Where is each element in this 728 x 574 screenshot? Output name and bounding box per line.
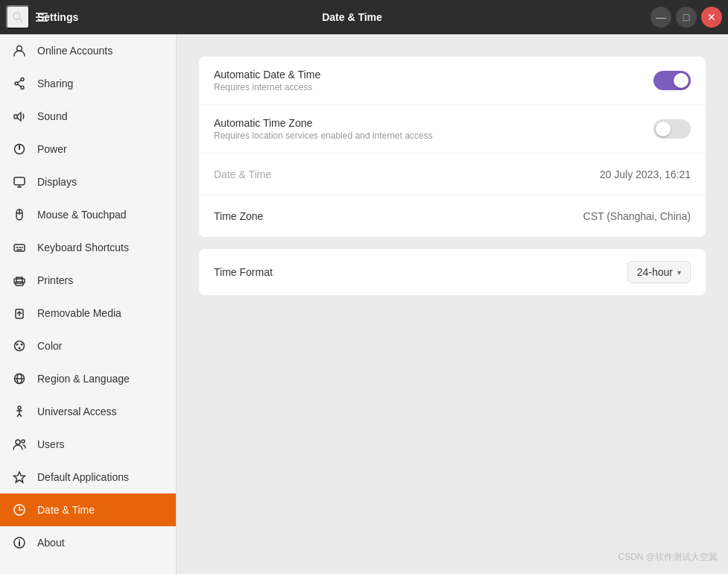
row-label-automatic-time-zone: Automatic Time ZoneRequires location ser… [214, 117, 653, 141]
search-button[interactable] [6, 5, 30, 29]
maximize-button[interactable]: □ [676, 7, 697, 28]
keyboard-shortcuts-icon [12, 240, 27, 255]
sidebar-item-about[interactable]: About [0, 526, 176, 559]
card-row-time-zone: Time ZoneCST (Shanghai, China) [199, 195, 706, 237]
toggle-thumb-automatic-date-time [674, 73, 689, 88]
svg-point-36 [18, 406, 21, 409]
main-content: Automatic Date & TimeRequires internet a… [177, 34, 728, 574]
displays-icon [12, 174, 27, 189]
printers-icon [12, 273, 27, 288]
minimize-button[interactable]: — [651, 7, 671, 28]
time-format-dropdown[interactable]: 24-hour▾ [627, 261, 691, 283]
svg-line-40 [19, 414, 22, 417]
sidebar-item-online-accounts[interactable]: Online Accounts [0, 34, 176, 67]
row-label-automatic-date-time: Automatic Date & TimeRequires internet a… [214, 69, 653, 92]
svg-point-42 [22, 440, 25, 443]
sidebar-item-label-color: Color [37, 340, 62, 352]
card-row-date-time: Date & Time20 July 2023, 16:21 [199, 154, 706, 195]
svg-point-41 [16, 440, 20, 444]
svg-point-29 [15, 341, 25, 351]
chevron-down-icon: ▾ [677, 268, 681, 277]
row-value-date-time: 20 July 2023, 16:21 [600, 168, 691, 180]
region-language-icon [12, 371, 27, 386]
window-title: Date & Time [54, 11, 651, 23]
sidebar-item-label-default-applications: Default Applications [37, 471, 129, 483]
sound-icon [12, 109, 27, 124]
row-label-time-format: Time Format [214, 266, 627, 278]
toggle-thumb-automatic-time-zone [656, 122, 671, 136]
sidebar-item-label-sound: Sound [37, 110, 67, 122]
sidebar: Online AccountsSharingSoundPowerDisplays… [0, 34, 177, 574]
sidebar-item-label-about: About [37, 537, 65, 549]
sidebar-item-printers[interactable]: Printers [0, 264, 176, 297]
card-row-automatic-time-zone: Automatic Time ZoneRequires location ser… [199, 105, 706, 154]
svg-point-32 [19, 347, 21, 350]
svg-point-7 [21, 86, 24, 89]
svg-line-1 [19, 19, 22, 22]
online-accounts-icon [12, 43, 27, 58]
color-icon [12, 338, 27, 353]
app-name: Settings [37, 11, 78, 23]
sidebar-item-users[interactable]: Users [0, 428, 176, 461]
row-value-time-zone: CST (Shanghai, China) [583, 210, 691, 222]
sidebar-item-removable-media[interactable]: Removable Media [0, 297, 176, 329]
sidebar-item-mouse-touchpad[interactable]: Mouse & Touchpad [0, 198, 176, 231]
row-subtitle-automatic-date-time: Requires internet access [214, 82, 653, 92]
row-label-time-zone: Time Zone [214, 210, 583, 222]
row-label-date-time: Date & Time [214, 168, 600, 180]
toggle-automatic-time-zone [653, 119, 691, 139]
sidebar-item-sound[interactable]: Sound [0, 100, 176, 133]
time-format-card: Time Format24-hour▾ [199, 249, 706, 295]
svg-marker-43 [14, 472, 25, 482]
mouse-touchpad-icon [12, 207, 27, 222]
sidebar-item-label-sharing: Sharing [37, 78, 73, 89]
window-controls: — □ ✕ [651, 7, 722, 28]
removable-media-icon [12, 306, 27, 321]
svg-rect-14 [14, 177, 25, 185]
about-icon [12, 535, 27, 550]
sidebar-item-keyboard-shortcuts[interactable]: Keyboard Shortcuts [0, 231, 176, 264]
row-subtitle-automatic-time-zone: Requires location services enabled and i… [214, 130, 653, 141]
svg-point-30 [16, 344, 19, 346]
sidebar-item-power[interactable]: Power [0, 133, 176, 165]
sidebar-item-label-keyboard-shortcuts: Keyboard Shortcuts [37, 242, 129, 253]
sidebar-item-label-users: Users [37, 438, 65, 450]
dropdown-value: 24-hour [637, 266, 673, 278]
universal-access-icon [12, 404, 27, 419]
power-icon [12, 142, 27, 157]
svg-point-8 [15, 82, 18, 85]
sidebar-item-universal-access[interactable]: Universal Access [0, 395, 176, 428]
sidebar-item-label-region-language: Region & Language [37, 373, 130, 385]
sidebar-item-label-universal-access: Universal Access [37, 406, 117, 417]
sidebar-item-label-online-accounts: Online Accounts [37, 45, 113, 57]
default-applications-icon [12, 470, 27, 485]
row-title-automatic-date-time: Automatic Date & Time [214, 69, 653, 81]
svg-line-10 [18, 84, 21, 87]
svg-point-6 [21, 78, 24, 81]
sidebar-item-sharing[interactable]: Sharing [0, 67, 176, 100]
toggle-automatic-date-time[interactable] [653, 71, 691, 90]
date-time-card: Automatic Date & TimeRequires internet a… [199, 57, 706, 237]
sidebar-item-label-removable-media: Removable Media [37, 307, 121, 319]
sidebar-item-label-mouse-touchpad: Mouse & Touchpad [37, 209, 127, 221]
sidebar-item-label-power: Power [37, 143, 67, 155]
sidebar-item-label-printers: Printers [37, 274, 73, 286]
sidebar-item-label-date-time: Date & Time [37, 504, 95, 516]
sidebar-item-region-language[interactable]: Region & Language [0, 362, 176, 395]
sidebar-item-label-displays: Displays [37, 176, 77, 188]
sidebar-item-date-time[interactable]: Date & Time [0, 493, 176, 526]
row-title-automatic-time-zone: Automatic Time Zone [214, 117, 653, 129]
close-button[interactable]: ✕ [701, 7, 722, 28]
sidebar-item-displays[interactable]: Displays [0, 165, 176, 198]
svg-point-49 [19, 540, 20, 541]
row-title-time-zone: Time Zone [214, 210, 583, 222]
svg-line-9 [18, 81, 21, 83]
date-time-icon [12, 502, 27, 517]
sidebar-item-default-applications[interactable]: Default Applications [0, 461, 176, 493]
row-title-date-time: Date & Time [214, 168, 600, 180]
card-row-automatic-date-time: Automatic Date & TimeRequires internet a… [199, 57, 706, 105]
sidebar-item-color[interactable]: Color [0, 329, 176, 362]
content-area: Online AccountsSharingSoundPowerDisplays… [0, 34, 728, 574]
svg-rect-11 [14, 115, 17, 119]
row-title-time-format: Time Format [214, 266, 627, 278]
